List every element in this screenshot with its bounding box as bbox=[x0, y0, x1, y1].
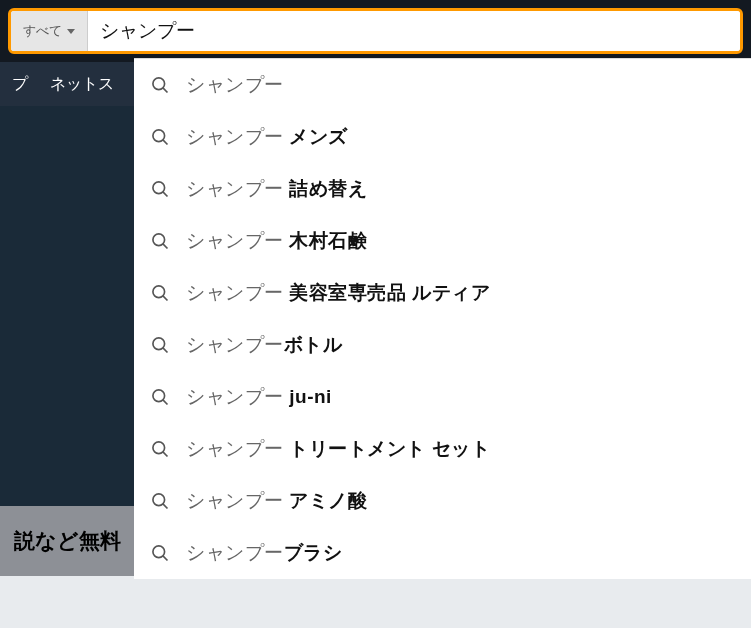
suggestion-base: シャンプー bbox=[186, 282, 289, 303]
suggestion-base: シャンプー bbox=[186, 542, 284, 563]
suggestion-base: シャンプー bbox=[186, 386, 289, 407]
search-icon bbox=[150, 491, 170, 511]
suggestion-text: シャンプー トリートメント セット bbox=[186, 436, 490, 462]
suggestion-bold: 詰め替え bbox=[289, 178, 367, 199]
chevron-down-icon bbox=[67, 29, 75, 34]
search-icon bbox=[150, 387, 170, 407]
suggestion-item[interactable]: シャンプーブラシ bbox=[134, 527, 751, 579]
search-bar: すべて bbox=[8, 8, 743, 54]
suggestion-item[interactable]: シャンプー 木村石鹸 bbox=[134, 215, 751, 267]
suggestion-text: シャンプー メンズ bbox=[186, 124, 348, 150]
svg-point-8 bbox=[153, 286, 165, 298]
svg-point-14 bbox=[153, 442, 165, 454]
suggestion-base: シャンプー bbox=[186, 438, 289, 459]
suggestion-base: シャンプー bbox=[186, 126, 289, 147]
svg-line-11 bbox=[163, 348, 168, 353]
svg-point-12 bbox=[153, 390, 165, 402]
nav-item-1[interactable]: プ bbox=[12, 74, 28, 95]
suggestion-base: シャンプー bbox=[186, 178, 289, 199]
svg-line-3 bbox=[163, 140, 168, 145]
suggestion-bold: ボトル bbox=[284, 334, 343, 355]
svg-line-13 bbox=[163, 400, 168, 405]
search-input[interactable] bbox=[88, 11, 740, 51]
suggestion-text: シャンプーブラシ bbox=[186, 540, 342, 566]
suggestion-bold: メンズ bbox=[289, 126, 348, 147]
search-icon bbox=[150, 179, 170, 199]
search-icon bbox=[150, 127, 170, 147]
suggestion-item[interactable]: シャンプー ju-ni bbox=[134, 371, 751, 423]
suggestion-item[interactable]: シャンプー アミノ酸 bbox=[134, 475, 751, 527]
suggestion-item[interactable]: シャンプーボトル bbox=[134, 319, 751, 371]
svg-point-18 bbox=[153, 546, 165, 558]
suggestion-text: シャンプー 美容室専売品 ルティア bbox=[186, 280, 490, 306]
svg-line-5 bbox=[163, 192, 168, 197]
suggestion-item[interactable]: シャンプー トリートメント セット bbox=[134, 423, 751, 475]
suggestion-bold: ju-ni bbox=[289, 386, 332, 407]
nav-item-2[interactable]: ネットス bbox=[50, 74, 114, 95]
search-icon bbox=[150, 75, 170, 95]
suggestion-text: シャンプー 木村石鹸 bbox=[186, 228, 367, 254]
category-label: すべて bbox=[23, 22, 62, 40]
suggestion-text: シャンプー bbox=[186, 72, 284, 98]
suggestion-item[interactable]: シャンプー 詰め替え bbox=[134, 163, 751, 215]
suggestion-bold: 木村石鹸 bbox=[289, 230, 367, 251]
search-icon bbox=[150, 543, 170, 563]
search-icon bbox=[150, 335, 170, 355]
search-icon bbox=[150, 231, 170, 251]
svg-point-16 bbox=[153, 494, 165, 506]
svg-line-1 bbox=[163, 88, 168, 93]
svg-line-17 bbox=[163, 504, 168, 509]
suggestion-base: シャンプー bbox=[186, 230, 289, 251]
suggestion-base: シャンプー bbox=[186, 490, 289, 511]
svg-point-10 bbox=[153, 338, 165, 350]
suggestion-item[interactable]: シャンプー 美容室専売品 ルティア bbox=[134, 267, 751, 319]
suggestion-base: シャンプー bbox=[186, 74, 284, 95]
search-bar-container: すべて bbox=[0, 0, 751, 62]
suggestion-bold: アミノ酸 bbox=[289, 490, 367, 511]
suggestion-bold: ブラシ bbox=[284, 542, 343, 563]
suggestion-text: シャンプー 詰め替え bbox=[186, 176, 367, 202]
suggestion-item[interactable]: シャンプー bbox=[134, 59, 751, 111]
svg-line-7 bbox=[163, 244, 168, 249]
svg-line-19 bbox=[163, 556, 168, 561]
suggestion-item[interactable]: シャンプー メンズ bbox=[134, 111, 751, 163]
svg-line-15 bbox=[163, 452, 168, 457]
suggestion-text: シャンプー アミノ酸 bbox=[186, 488, 367, 514]
search-suggestions-dropdown: シャンプーシャンプー メンズシャンプー 詰め替えシャンプー 木村石鹸シャンプー … bbox=[134, 58, 751, 579]
search-icon bbox=[150, 439, 170, 459]
svg-point-0 bbox=[153, 78, 165, 90]
svg-line-9 bbox=[163, 296, 168, 301]
suggestion-bold: トリートメント セット bbox=[289, 438, 490, 459]
promo-text: 説など無料 bbox=[14, 527, 121, 555]
content-below bbox=[0, 576, 751, 628]
category-dropdown[interactable]: すべて bbox=[11, 11, 88, 51]
suggestion-base: シャンプー bbox=[186, 334, 284, 355]
svg-point-6 bbox=[153, 234, 165, 246]
suggestion-text: シャンプー ju-ni bbox=[186, 384, 332, 410]
search-icon bbox=[150, 283, 170, 303]
svg-point-4 bbox=[153, 182, 165, 194]
svg-point-2 bbox=[153, 130, 165, 142]
suggestion-bold: 美容室専売品 ルティア bbox=[289, 282, 490, 303]
suggestion-text: シャンプーボトル bbox=[186, 332, 342, 358]
